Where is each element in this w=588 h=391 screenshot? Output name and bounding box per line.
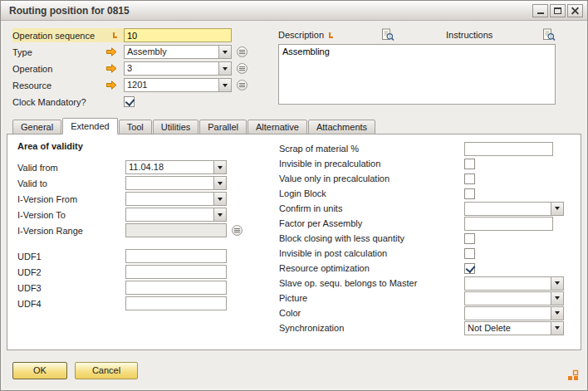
field-indicator-icon: [113, 32, 117, 38]
color-combo[interactable]: [464, 306, 564, 320]
tab-alternative[interactable]: Alternative: [247, 120, 307, 134]
iversion-to-value: [126, 208, 213, 221]
instructions-text-editor-icon[interactable]: [542, 28, 556, 42]
iversion-to-dropdown-button[interactable]: [213, 208, 226, 221]
invisible-precalculation-row: Invisible in precalculation: [279, 156, 564, 171]
scrap-row: Scrap of material %: [279, 141, 564, 156]
invisible-post-calculation-checkbox[interactable]: [464, 248, 475, 259]
valid-from-combo[interactable]: 11.04.18: [125, 160, 227, 174]
header-form: Operation sequence Type Assembly: [1, 21, 587, 112]
iversion-from-row: I-Version From: [17, 191, 279, 207]
slave-master-value: [465, 277, 551, 290]
block-closing-label: Block closing with less quantity: [279, 233, 464, 243]
slave-master-combo[interactable]: [464, 276, 564, 291]
factor-per-assembly-label: Factor per Assembly: [279, 218, 464, 228]
link-arrow-icon[interactable]: [106, 64, 117, 73]
invisible-post-calculation-row: Invisible in post calculation: [279, 246, 564, 261]
type-combo[interactable]: Assembly: [124, 45, 232, 59]
value-only-precalculation-row: Value only in precalculation: [279, 171, 564, 186]
footer: OK Cancel: [1, 350, 587, 390]
operation-combo[interactable]: 3: [124, 61, 232, 76]
description-textarea[interactable]: Assembling: [278, 44, 556, 105]
scrap-input[interactable]: [464, 142, 553, 156]
udf2-label: UDF2: [17, 267, 125, 277]
udf4-row: UDF4: [17, 296, 279, 311]
tab-parallel[interactable]: Parallel: [199, 120, 247, 134]
udf3-input[interactable]: [125, 281, 227, 295]
choose-from-list-icon[interactable]: [237, 80, 247, 90]
operation-sequence-input[interactable]: [124, 28, 232, 42]
confirm-in-units-value: [465, 203, 551, 215]
description-text-editor-icon[interactable]: [381, 28, 394, 42]
value-only-precalculation-checkbox[interactable]: [464, 174, 475, 184]
link-arrow-icon[interactable]: [106, 81, 117, 90]
type-dropdown-button[interactable]: [218, 46, 231, 58]
type-row: Type Assembly: [12, 44, 262, 60]
clock-mandatory-checkbox[interactable]: [124, 96, 135, 107]
confirm-in-units-dropdown-button[interactable]: [551, 203, 563, 215]
operation-dropdown-button[interactable]: [218, 62, 231, 75]
login-block-row: Login Block: [279, 186, 564, 201]
valid-to-value: [126, 177, 213, 189]
factor-per-assembly-input[interactable]: [464, 217, 553, 231]
choose-from-list-icon[interactable]: [237, 63, 247, 74]
slave-master-dropdown-button[interactable]: [551, 277, 563, 290]
resource-dropdown-button[interactable]: [218, 79, 231, 91]
picture-combo[interactable]: [464, 291, 564, 305]
tab-attachments[interactable]: Attachments: [308, 120, 375, 134]
instructions-label: Instructions: [446, 30, 492, 40]
picture-dropdown-button[interactable]: [551, 292, 563, 305]
close-icon: [571, 7, 579, 14]
resize-grip-icon[interactable]: [567, 369, 579, 383]
iversion-range-input[interactable]: [125, 223, 227, 237]
ok-button[interactable]: OK: [12, 362, 67, 379]
slave-master-label: Slave op. sequ. belongs to Master: [279, 278, 464, 288]
iversion-to-combo[interactable]: [125, 208, 227, 222]
iversion-from-dropdown-button[interactable]: [213, 193, 226, 205]
tab-utilities[interactable]: Utilities: [153, 120, 198, 134]
resource-optimization-checkbox[interactable]: [464, 263, 475, 274]
valid-to-label: Valid to: [17, 178, 125, 188]
resource-optimization-label: Resource optimization: [279, 263, 464, 273]
valid-from-dropdown-button[interactable]: [213, 161, 226, 174]
maximize-icon: [554, 7, 561, 14]
synchronization-dropdown-button[interactable]: [551, 322, 563, 335]
close-button[interactable]: [567, 4, 583, 17]
choose-from-list-icon[interactable]: [232, 225, 243, 236]
tab-general[interactable]: General: [12, 120, 61, 134]
tab-tool[interactable]: Tool: [119, 120, 152, 134]
synchronization-combo[interactable]: Not Delete: [464, 321, 564, 335]
color-dropdown-button[interactable]: [551, 307, 563, 320]
valid-to-combo[interactable]: [125, 176, 227, 190]
header-fields: Operation sequence Type Assembly: [12, 27, 262, 110]
minimize-button[interactable]: [532, 4, 548, 17]
valid-to-dropdown-button[interactable]: [213, 177, 226, 189]
valid-from-value: 11.04.18: [126, 161, 213, 174]
udf1-input[interactable]: [125, 249, 227, 263]
invisible-precalculation-label: Invisible in precalculation: [279, 159, 464, 169]
tab-extended[interactable]: Extended: [62, 118, 117, 134]
type-label: Type: [12, 47, 32, 57]
link-arrow-icon[interactable]: [106, 47, 117, 56]
iversion-from-combo[interactable]: [125, 192, 227, 206]
invisible-precalculation-checkbox[interactable]: [464, 159, 475, 169]
extended-tab-panel: Area of validity Valid from 11.04.18 Val…: [7, 134, 581, 350]
color-row: Color: [279, 305, 564, 320]
routing-position-window: Routing position for 0815 Operation sequ…: [0, 0, 588, 391]
confirm-in-units-combo[interactable]: [464, 202, 564, 216]
udf2-input[interactable]: [125, 265, 227, 279]
cancel-button[interactable]: Cancel: [75, 362, 138, 379]
titlebar[interactable]: Routing position for 0815: [1, 1, 587, 21]
extended-options-group: Scrap of material % Invisible in precalc…: [279, 141, 564, 349]
udf4-input[interactable]: [125, 296, 227, 310]
operation-row: Operation 3: [12, 61, 262, 76]
type-value: Assembly: [125, 46, 218, 58]
maximize-button[interactable]: [550, 4, 566, 17]
choose-from-list-icon[interactable]: [237, 46, 247, 57]
resource-combo[interactable]: 1201: [124, 78, 232, 92]
description-label: Description: [278, 30, 324, 40]
login-block-checkbox[interactable]: [464, 188, 475, 199]
tab-strip: General Extended Tool Utilities Parallel…: [1, 112, 587, 134]
block-closing-checkbox[interactable]: [464, 233, 475, 244]
resource-value: 1201: [125, 79, 218, 91]
